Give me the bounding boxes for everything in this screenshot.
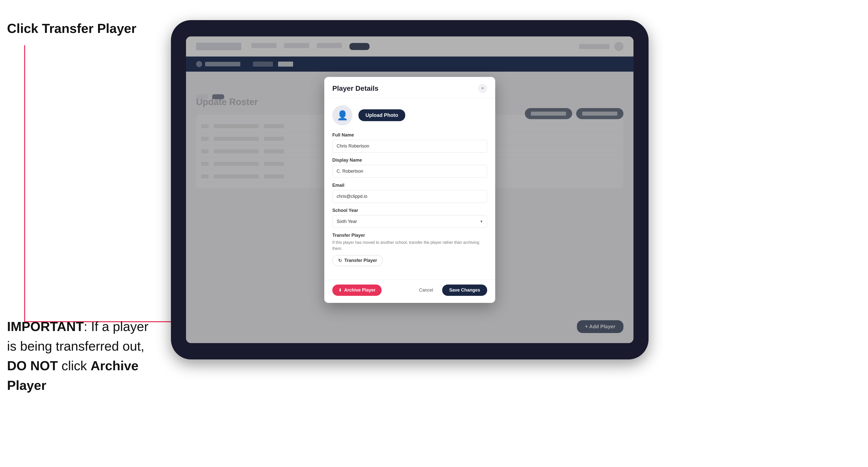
display-name-label: Display Name — [332, 158, 487, 163]
school-year-select-wrapper: First Year Second Year Third Year Fourth… — [332, 215, 487, 228]
instruction-text2: click — [58, 359, 91, 373]
important-label: IMPORTANT — [7, 319, 84, 334]
archive-player-button[interactable]: ⬇ Archive Player — [332, 284, 381, 296]
instruction-bottom: IMPORTANT: If a player is being transfer… — [7, 317, 153, 395]
modal-header: Player Details × — [324, 77, 495, 98]
transfer-button-label: Transfer Player — [344, 258, 377, 263]
transfer-player-section: Transfer Player If this player has moved… — [332, 233, 487, 266]
modal-body: 👤 Upload Photo Full Name Display Name — [324, 98, 495, 279]
save-changes-button[interactable]: Save Changes — [442, 284, 487, 296]
modal-footer: ⬇ Archive Player Cancel Save Changes — [324, 279, 495, 303]
full-name-group: Full Name — [332, 132, 487, 153]
modal-close-button[interactable]: × — [478, 84, 487, 93]
upload-photo-button[interactable]: Upload Photo — [359, 109, 405, 121]
player-details-modal: Player Details × 👤 Upload Photo Full Nam — [324, 77, 495, 303]
photo-upload-row: 👤 Upload Photo — [332, 105, 487, 125]
transfer-player-button[interactable]: ↻ Transfer Player — [332, 255, 383, 266]
instruction-top: Click Transfer Player — [7, 20, 136, 37]
do-not-label: DO NOT — [7, 359, 58, 373]
display-name-group: Display Name — [332, 158, 487, 178]
school-year-select[interactable]: First Year Second Year Third Year Fourth… — [332, 215, 487, 228]
tablet-device: Update Roster — [171, 20, 649, 360]
modal-title: Player Details — [332, 85, 379, 93]
email-group: Email — [332, 183, 487, 203]
instruction-prefix: Click — [7, 21, 42, 36]
tablet-screen: Update Roster — [186, 36, 633, 343]
full-name-input[interactable] — [332, 140, 487, 153]
email-label: Email — [332, 183, 487, 188]
avatar-circle: 👤 — [332, 105, 352, 125]
transfer-section-label: Transfer Player — [332, 233, 487, 238]
instruction-bold: Transfer Player — [42, 21, 136, 36]
cancel-button[interactable]: Cancel — [415, 284, 437, 296]
transfer-section-description: If this player has moved to another scho… — [332, 240, 487, 252]
modal-overlay: Player Details × 👤 Upload Photo Full Nam — [186, 36, 633, 343]
school-year-label: School Year — [332, 208, 487, 213]
full-name-label: Full Name — [332, 132, 487, 138]
display-name-input[interactable] — [332, 165, 487, 178]
arrow-vertical-line — [24, 45, 25, 322]
school-year-group: School Year First Year Second Year Third… — [332, 208, 487, 228]
email-input[interactable] — [332, 190, 487, 203]
user-icon: 👤 — [337, 110, 348, 121]
archive-button-label: Archive Player — [344, 287, 376, 293]
archive-icon: ⬇ — [338, 288, 342, 292]
transfer-icon: ↻ — [338, 258, 342, 263]
